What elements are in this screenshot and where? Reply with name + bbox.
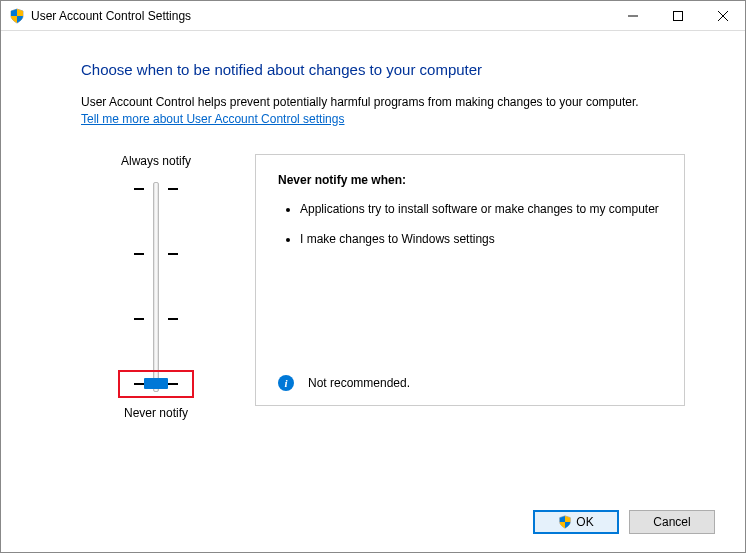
ok-label: OK bbox=[576, 515, 593, 529]
content-area: Choose when to be notified about changes… bbox=[1, 31, 745, 420]
slider-track bbox=[153, 182, 159, 392]
learn-more-link[interactable]: Tell me more about User Account Control … bbox=[81, 112, 344, 126]
info-icon: i bbox=[278, 375, 294, 391]
bullet-item: Applications try to install software or … bbox=[300, 201, 662, 218]
slider-top-label: Always notify bbox=[121, 154, 191, 168]
ok-button[interactable]: OK bbox=[533, 510, 619, 534]
maximize-button[interactable] bbox=[655, 1, 700, 30]
panel-bullet-list: Applications try to install software or … bbox=[278, 201, 662, 263]
bullet-item: I make changes to Windows settings bbox=[300, 231, 662, 248]
cancel-button[interactable]: Cancel bbox=[629, 510, 715, 534]
notification-slider[interactable] bbox=[114, 182, 198, 392]
description-text: User Account Control helps prevent poten… bbox=[81, 94, 685, 111]
status-text: Not recommended. bbox=[308, 376, 410, 390]
slider-thumb[interactable] bbox=[144, 378, 168, 389]
close-button[interactable] bbox=[700, 1, 745, 30]
slider-bottom-label: Never notify bbox=[124, 406, 188, 420]
uac-shield-icon bbox=[9, 8, 25, 24]
window-title: User Account Control Settings bbox=[31, 9, 610, 23]
uac-shield-icon bbox=[558, 515, 572, 529]
page-heading: Choose when to be notified about changes… bbox=[81, 61, 685, 78]
slider-column: Always notify Never notify bbox=[81, 154, 231, 420]
cancel-label: Cancel bbox=[653, 515, 690, 529]
dialog-buttons: OK Cancel bbox=[533, 510, 715, 534]
info-panel: Never notify me when: Applications try t… bbox=[255, 154, 685, 406]
minimize-button[interactable] bbox=[610, 1, 655, 30]
svg-rect-1 bbox=[673, 11, 682, 20]
titlebar: User Account Control Settings bbox=[1, 1, 745, 31]
panel-heading: Never notify me when: bbox=[278, 173, 662, 187]
